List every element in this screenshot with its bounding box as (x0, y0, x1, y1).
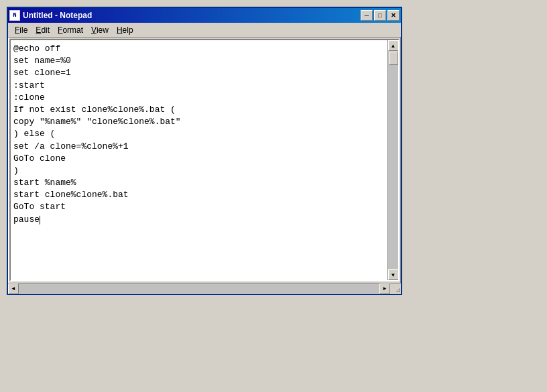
scroll-up-icon: ▲ (391, 43, 395, 49)
menu-view[interactable]: View (87, 24, 113, 36)
scroll-down-icon: ▼ (391, 272, 395, 278)
menu-format[interactable]: Format (54, 24, 87, 36)
vertical-scrollbar: ▲ ▼ (387, 40, 398, 280)
editor-area: @echo off set name=%0 set clone=1 :start… (9, 39, 400, 281)
scroll-up-button[interactable]: ▲ (388, 40, 399, 51)
menu-edit-label: Edit (36, 25, 50, 35)
minimize-icon: ─ (365, 12, 369, 19)
menu-view-label: View (91, 25, 109, 35)
scroll-left-icon: ◄ (12, 285, 15, 291)
minimize-button[interactable]: ─ (361, 10, 373, 21)
maximize-icon: □ (378, 12, 381, 19)
title-bar-left: N Untitled - Notepad (9, 10, 92, 21)
menu-file[interactable]: File (11, 24, 32, 36)
resize-grip[interactable]: ⊿ (390, 283, 401, 294)
scroll-track-v[interactable] (388, 51, 399, 269)
menu-help-label: Help (117, 25, 133, 35)
menu-file-label: File (15, 25, 27, 35)
window-title: Untitled - Notepad (23, 11, 92, 20)
menu-help[interactable]: Help (113, 24, 137, 36)
text-cursor (40, 216, 40, 224)
text-editor[interactable]: @echo off set name=%0 set clone=1 :start… (11, 40, 387, 280)
title-bar-buttons: ─ □ ✕ (361, 10, 400, 21)
title-bar: N Untitled - Notepad ─ □ ✕ (8, 8, 401, 23)
app-icon: N (9, 10, 20, 21)
maximize-button[interactable]: □ (374, 10, 386, 21)
menu-format-label: Format (58, 25, 83, 35)
scroll-right-button[interactable]: ► (379, 283, 390, 294)
scroll-down-button[interactable]: ▼ (388, 269, 399, 280)
horizontal-scrollbar: ◄ ► ⊿ (8, 283, 401, 293)
close-icon: ✕ (391, 12, 396, 19)
app-icon-label: N (13, 12, 16, 19)
close-button[interactable]: ✕ (387, 10, 400, 21)
notepad-window: N Untitled - Notepad ─ □ ✕ File (7, 7, 402, 295)
desktop: N Untitled - Notepad ─ □ ✕ File (0, 0, 547, 392)
scroll-thumb-v[interactable] (389, 52, 398, 65)
menu-edit[interactable]: Edit (32, 24, 54, 36)
menu-bar: File Edit Format View Help (8, 23, 401, 38)
scroll-track-h[interactable] (19, 283, 379, 294)
scroll-right-icon: ► (383, 285, 387, 291)
scroll-left-button[interactable]: ◄ (8, 283, 19, 294)
